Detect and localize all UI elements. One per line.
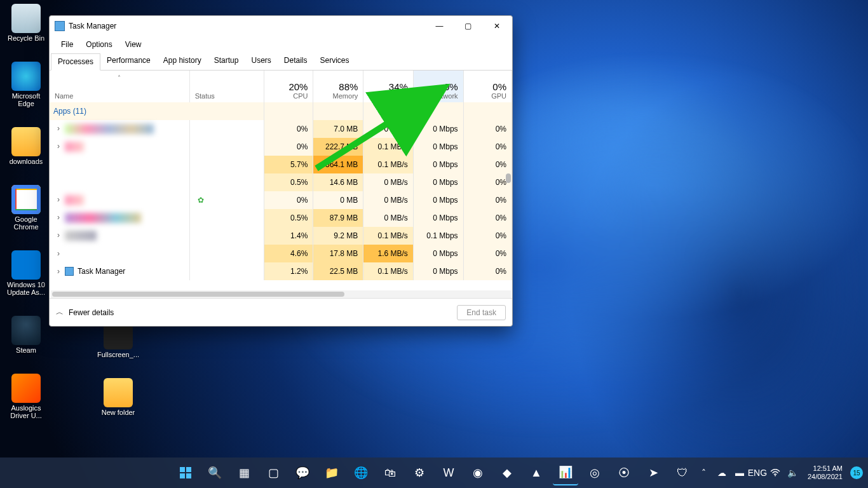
tab-performance[interactable]: Performance xyxy=(100,53,157,70)
steam-icon xyxy=(11,316,41,345)
tab-bar: ProcessesPerformanceApp historyStartupUs… xyxy=(50,53,512,71)
fewer-details-toggle[interactable]: ︿ Fewer details xyxy=(56,307,114,318)
expand-icon[interactable]: › xyxy=(55,124,62,133)
process-grid-wrap: ˄NameStatus20%CPU88%Memory34%Disk0%Netwo… xyxy=(50,71,512,290)
taskbar-chrome-button[interactable]: ◉ xyxy=(465,460,491,485)
desktop-icon-bin[interactable]: Recycle Bin xyxy=(3,4,49,43)
col-header-disk[interactable]: 34%Disk xyxy=(363,71,414,102)
col-header-cpu[interactable]: 20%CPU xyxy=(264,71,313,102)
horizontal-scrollbar[interactable] xyxy=(51,290,511,298)
process-row[interactable]: ›0%222.7 MB0.1 MB/s0 Mbps0% xyxy=(50,138,512,156)
expand-icon[interactable]: › xyxy=(55,231,62,240)
menu-view[interactable]: View xyxy=(119,37,148,51)
taskbar-steam-button[interactable]: ⦿ xyxy=(611,460,637,485)
taskbar-brave-button[interactable]: ◆ xyxy=(494,460,520,485)
desktop[interactable]: Recycle Bin Microsoft Edge downloads Goo… xyxy=(0,0,868,488)
taskbar-start-button[interactable] xyxy=(173,460,198,485)
desktop-icon-edge[interactable]: Microsoft Edge xyxy=(3,62,49,108)
process-name-redacted xyxy=(65,213,141,223)
menu-bar: FileOptionsView xyxy=(50,36,512,53)
col-header-net[interactable]: 0%Network xyxy=(413,71,463,102)
expand-icon[interactable]: › xyxy=(55,249,62,258)
desktop-icons-col2: Fullscreen_... New folder xyxy=(95,320,141,416)
system-tray: ˄ ☁ ▬ ENG 🔈 12:51 AM 24/08/2021 15 xyxy=(697,460,863,485)
desktop-icon-folder[interactable]: downloads xyxy=(3,127,49,166)
tray-overflow-icon[interactable]: ˄ xyxy=(697,460,711,485)
folder-icon xyxy=(104,378,133,407)
desktop-icon-folder[interactable]: New folder xyxy=(95,378,141,417)
process-row[interactable]: ›0%7.0 MB0 MB/s0 Mbps0% xyxy=(50,120,512,138)
titlebar[interactable]: Task Manager — ▢ ✕ xyxy=(50,16,512,36)
desktop-icon-steam[interactable]: Steam xyxy=(3,316,49,355)
process-row[interactable]: ›0.5%87.9 MB0 MB/s0 Mbps0% xyxy=(50,209,512,227)
expand-icon[interactable]: › xyxy=(55,142,62,151)
expand-icon[interactable]: › xyxy=(55,213,62,222)
tab-services[interactable]: Services xyxy=(314,53,356,70)
desktop-icon-chrome[interactable]: Google Chrome xyxy=(3,185,49,231)
taskbar-np-button[interactable]: ◎ xyxy=(582,460,607,485)
tab-details[interactable]: Details xyxy=(278,53,314,70)
taskbar-pinned: 🔍▦▢💬📁🌐🛍⚙W◉◆▲📊◎⦿➤🛡 xyxy=(173,460,695,485)
taskbar-gpuz-button[interactable]: ▲ xyxy=(524,460,549,485)
process-grid: ˄NameStatus20%CPU88%Memory34%Disk0%Netwo… xyxy=(50,71,512,280)
taskbar-taskview-button[interactable]: ▦ xyxy=(231,460,257,485)
desktop-icon-auslogics[interactable]: Auslogics Driver U... xyxy=(3,374,49,420)
tab-startup[interactable]: Startup xyxy=(208,53,245,70)
taskbar-taskmgr-button[interactable]: 📊 xyxy=(553,460,578,485)
process-row[interactable]: ›1.4%9.2 MB0.1 MB/s0.1 Mbps0% xyxy=(50,227,512,245)
notification-badge[interactable]: 15 xyxy=(850,466,863,479)
end-task-button[interactable]: End task xyxy=(457,305,506,320)
maximize-button[interactable]: ▢ xyxy=(454,17,482,36)
tab-users[interactable]: Users xyxy=(245,53,277,70)
taskbar-explorer-button[interactable]: 📁 xyxy=(319,460,344,485)
process-row[interactable]: ›Task Manager1.2%22.5 MB0.1 MB/s0 Mbps0% xyxy=(50,262,512,280)
taskbar-edge-button[interactable]: 🌐 xyxy=(348,460,374,485)
taskbar-word-button[interactable]: W xyxy=(436,460,461,485)
taskbar-store-button[interactable]: 🛍 xyxy=(377,460,403,485)
volume-icon[interactable]: 🔈 xyxy=(786,460,800,485)
vertical-scrollbar[interactable] xyxy=(506,173,511,183)
desktop-icon-label: Auslogics Driver U... xyxy=(3,404,49,420)
desktop-icon-label: Google Chrome xyxy=(3,215,49,231)
expand-icon[interactable]: › xyxy=(55,195,62,204)
desktop-icon-label: New folder xyxy=(102,409,135,417)
col-header-name[interactable]: ˄Name xyxy=(50,71,189,102)
language-indicator[interactable]: ENG xyxy=(750,460,764,485)
process-row[interactable]: 5.7%564.1 MB0.1 MB/s0 Mbps0% xyxy=(50,156,512,173)
menu-options[interactable]: Options xyxy=(79,37,118,51)
onedrive-icon[interactable]: ☁ xyxy=(715,460,729,485)
group-row-apps[interactable]: Apps (11) xyxy=(50,102,512,120)
folder-icon xyxy=(11,127,41,156)
minimize-button[interactable]: — xyxy=(425,17,454,36)
desktop-icon-label: downloads xyxy=(10,158,43,166)
wifi-icon[interactable] xyxy=(768,460,782,485)
edge-icon xyxy=(11,62,41,91)
taskbar-send-button[interactable]: ➤ xyxy=(641,460,666,485)
taskbar-defender-button[interactable]: 🛡 xyxy=(670,460,695,485)
desktop-icon-win10[interactable]: Windows 10 Update As... xyxy=(3,250,49,297)
process-row[interactable]: ›✿0%0 MB0 MB/s0 Mbps0% xyxy=(50,191,512,209)
col-header-gpu[interactable]: 0%GPU xyxy=(463,71,512,102)
tab-app-history[interactable]: App history xyxy=(157,53,208,70)
close-button[interactable]: ✕ xyxy=(482,17,511,36)
process-row[interactable]: 0.5%14.6 MB0 MB/s0 Mbps0% xyxy=(50,173,512,191)
process-row[interactable]: ›4.6%17.8 MB1.6 MB/s0 Mbps0% xyxy=(50,245,512,262)
tab-processes[interactable]: Processes xyxy=(51,53,100,71)
chevron-up-icon: ︿ xyxy=(56,307,64,318)
fewer-details-label: Fewer details xyxy=(69,308,114,317)
clock[interactable]: 12:51 AM 24/08/2021 xyxy=(804,464,846,481)
bin-icon xyxy=(11,4,41,33)
taskbar-search-button[interactable]: 🔍 xyxy=(202,460,227,485)
col-header-status[interactable]: Status xyxy=(189,71,264,102)
footer-bar: ︿ Fewer details End task xyxy=(50,298,512,326)
taskbar-settings-button[interactable]: ⚙ xyxy=(407,460,432,485)
clock-date: 24/08/2021 xyxy=(808,473,843,481)
task-manager-window[interactable]: Task Manager — ▢ ✕ FileOptionsView Proce… xyxy=(49,15,513,327)
taskbar-widgets-button[interactable]: ▢ xyxy=(261,460,286,485)
taskbar-chat-button[interactable]: 💬 xyxy=(290,460,315,485)
col-header-mem[interactable]: 88%Memory xyxy=(313,71,363,102)
process-name-redacted xyxy=(65,231,97,241)
expand-icon[interactable]: › xyxy=(55,267,62,276)
menu-file[interactable]: File xyxy=(55,37,79,51)
battery-icon[interactable]: ▬ xyxy=(733,460,747,485)
